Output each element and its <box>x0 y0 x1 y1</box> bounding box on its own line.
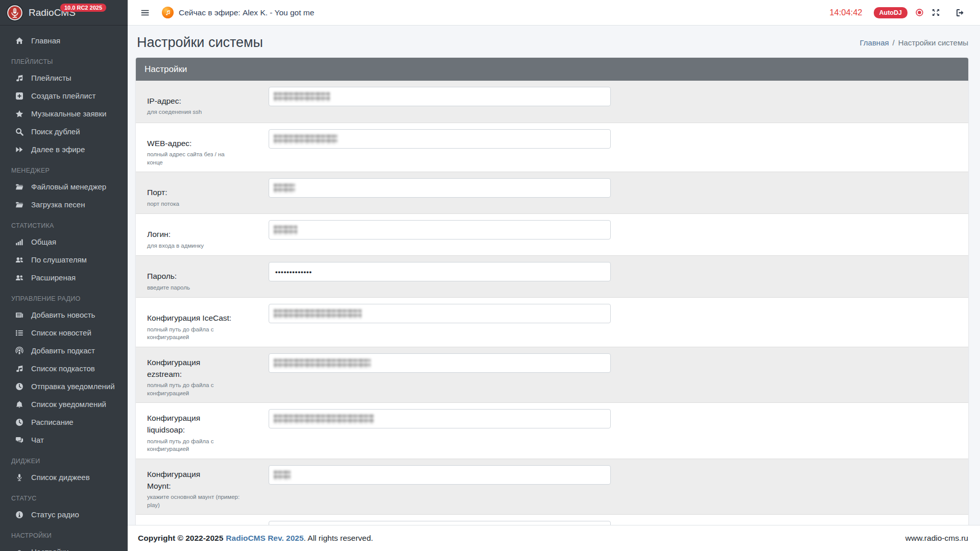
forward-icon <box>15 146 27 154</box>
field-hint: полный путь до файла с конфигурацией <box>147 326 242 342</box>
field-row-liquidsoap-config: Конфигурация liquidsoap:полный путь до ф… <box>136 402 968 459</box>
field-label-col: Адрес плейлиста:полный путь до файла пле… <box>136 520 269 525</box>
sidebar-item-upload-songs[interactable]: Загрузка песен <box>0 196 128 213</box>
field-input-col <box>269 177 968 208</box>
redacted-value <box>274 309 362 319</box>
input-ip-address[interactable] <box>269 87 611 106</box>
field-row-login: Логин:для входа в админку <box>136 213 968 255</box>
app-window: RadioCMS 10.0 RC2 2025 ГлавнаяПЛЕЙЛИСТЫП… <box>0 0 980 551</box>
input-port[interactable] <box>269 178 611 198</box>
sidebar-item-add-podcast[interactable]: Добавить подкаст <box>0 342 128 360</box>
sidebar-item-podcast-list[interactable]: Список подкастов <box>0 360 128 377</box>
field-label: Пароль: <box>147 265 269 282</box>
nav-section-header: УПРАВЛЕНИЕ РАДИО <box>0 292 128 306</box>
sidebar-item-playlists[interactable]: Плейлисты <box>0 69 128 87</box>
sidebar-item-send-notifications[interactable]: Отправка уведомлений <box>0 377 128 395</box>
sidebar-item-duplicate-search[interactable]: Поиск дублей <box>0 123 128 140</box>
sidebar-item-label: Плейлисты <box>31 74 71 82</box>
field-input-col: ••••••••••••• <box>269 261 968 292</box>
sidebar-item-label: Далее в эфире <box>31 145 85 154</box>
sign-out-icon[interactable] <box>955 8 965 17</box>
field-row-port: Порт:порт потока <box>136 172 968 213</box>
sidebar-item-dj-list[interactable]: Список диджеев <box>0 468 128 486</box>
plus-square-icon <box>15 92 27 100</box>
sidebar-item-radio-status[interactable]: Статус радио <box>0 506 128 523</box>
footer-brand-link[interactable]: RadioCMS Rev. 2025 <box>226 534 303 542</box>
settings-form: IP-адрес:для соеденения sshWEB-адрес:пол… <box>136 81 968 525</box>
sidebar-item-label: Создать плейлист <box>31 91 95 100</box>
record-icon[interactable] <box>915 8 924 17</box>
settings-card-header: Настройки <box>136 58 968 81</box>
nav-section-header: НАСТРОЙКИ <box>0 529 128 543</box>
sidebar-item-chat[interactable]: Чат <box>0 431 128 449</box>
sidebar-item-label: Список новостей <box>31 328 91 337</box>
clock-icon <box>15 382 27 391</box>
field-hint: для соеденения ssh <box>147 108 242 116</box>
breadcrumb-home-link[interactable]: Главная <box>860 38 889 47</box>
breadcrumb: Главная/Настройки системы <box>860 38 969 47</box>
input-ezstream-config[interactable] <box>269 353 611 373</box>
field-hint: для входа в админку <box>147 242 242 250</box>
copyright-years: Copyright © 2022-2025 <box>138 534 223 542</box>
sidebar-item-label: Расширеная <box>31 273 76 282</box>
sidebar-item-label: Список диджеев <box>31 473 90 482</box>
field-label: Конфигурация IceCast: <box>147 307 269 324</box>
input-web-address[interactable] <box>269 129 611 149</box>
music-note-icon <box>162 7 174 18</box>
field-hint: полный путь до файла с конфигурацией <box>147 438 242 453</box>
clock-time: 14:04:42 <box>829 8 862 17</box>
sidebar-item-stats-listeners[interactable]: По слушателям <box>0 251 128 269</box>
sidebar-item-news-list[interactable]: Список новостей <box>0 324 128 342</box>
input-moynt-config[interactable] <box>269 465 611 485</box>
radiocms-logo-icon <box>6 4 23 21</box>
sidebar-item-stats-extended[interactable]: Расширеная <box>0 269 128 286</box>
field-input-col <box>269 128 968 166</box>
sidebar-item-label: Чат <box>31 436 44 444</box>
version-badge: 10.0 RC2 2025 <box>60 4 106 12</box>
sidebar-item-schedule[interactable]: Расписание <box>0 413 128 431</box>
field-row-password: Пароль:введите пароль••••••••••••• <box>136 255 968 297</box>
sidebar-item-create-playlist[interactable]: Создать плейлист <box>0 87 128 105</box>
sidebar-item-stats-general[interactable]: Общая <box>0 233 128 251</box>
field-label: Порт: <box>147 181 269 198</box>
sidebar-item-add-news[interactable]: Добавить новость <box>0 306 128 324</box>
sidebar-item-label: Поиск дублей <box>31 127 80 136</box>
autodj-badge[interactable]: AutoDJ <box>874 7 907 18</box>
field-input-col <box>269 86 968 117</box>
field-label-col: Пароль:введите пароль <box>136 261 269 292</box>
sidebar-item-settings[interactable]: Настройки <box>0 543 128 551</box>
sidebar-item-next-on-air[interactable]: Далее в эфире <box>0 140 128 158</box>
menu-icon[interactable] <box>140 8 150 17</box>
redacted-value <box>274 92 330 102</box>
sidebar-item-label: Музыкальные заявки <box>31 109 106 118</box>
brand: RadioCMS 10.0 RC2 2025 <box>0 0 128 26</box>
sidebar-item-notifications-list[interactable]: Список уведомлений <box>0 395 128 413</box>
now-playing-text: Сейчас в эфире: Alex K. - You got me <box>179 8 314 17</box>
clock-icon <box>15 418 27 426</box>
field-input-col <box>269 219 968 250</box>
input-login[interactable] <box>269 220 611 239</box>
sidebar-item-music-requests[interactable]: Музыкальные заявки <box>0 105 128 123</box>
sidebar-item-label: Отправка уведомлений <box>31 382 115 391</box>
field-label: Конфигурация liquidsoap: <box>147 412 269 436</box>
sidebar-item-label: Расписание <box>31 418 74 426</box>
input-icecast-config[interactable] <box>269 304 611 323</box>
footer-site: www.radio-cms.ru <box>905 534 968 543</box>
field-input-col <box>269 464 968 510</box>
breadcrumb-current: Настройки системы <box>898 38 968 47</box>
topbar-right: 14:04:42 AutoDJ <box>829 7 965 18</box>
redacted-value <box>274 470 291 480</box>
input-password[interactable]: ••••••••••••• <box>269 262 611 281</box>
sidebar-item-file-manager[interactable]: Файловый менеджер <box>0 178 128 196</box>
field-input-col <box>269 303 968 341</box>
nav-section-header: МЕНЕДЖЕР <box>0 163 128 178</box>
sidebar-item-home[interactable]: Главная <box>0 32 128 50</box>
field-label-col: WEB-адрес:полный адрес сайта без / на ко… <box>136 128 269 166</box>
fullscreen-icon[interactable] <box>931 8 940 17</box>
field-label: IP-адрес: <box>147 90 269 107</box>
field-label-col: Порт:порт потока <box>136 177 269 208</box>
input-liquidsoap-config[interactable] <box>269 409 611 428</box>
comments-icon <box>15 436 27 444</box>
input-playlist-path[interactable]: /home/RetroDrom/web/s2804.evohit.ru/publ… <box>269 521 611 525</box>
field-label: WEB-адрес: <box>147 132 269 149</box>
